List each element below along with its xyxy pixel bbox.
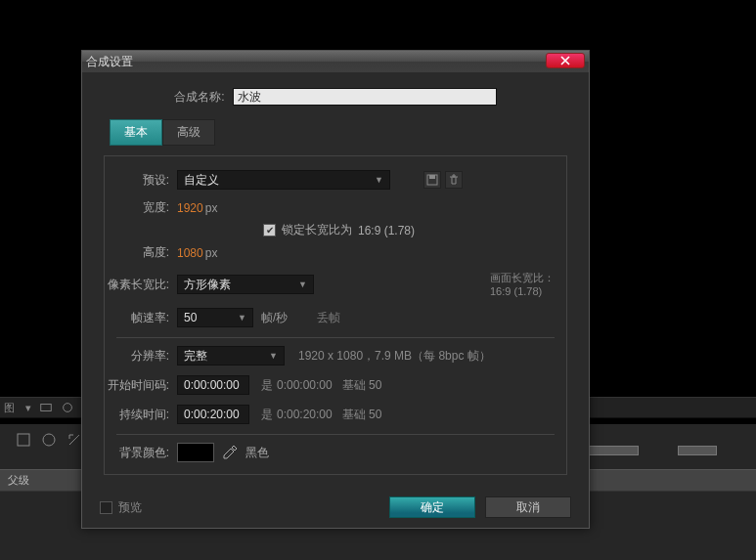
- fps-dropdown[interactable]: 50 ▼: [177, 308, 253, 327]
- preview-checkbox[interactable]: [100, 501, 112, 514]
- close-button[interactable]: [546, 53, 585, 68]
- height-unit: px: [205, 246, 218, 260]
- width-unit: px: [205, 201, 218, 215]
- tab-basic[interactable]: 基本: [110, 119, 162, 146]
- preset-dropdown[interactable]: 自定义 ▼: [177, 170, 390, 190]
- save-preset-icon: [426, 174, 438, 186]
- start-base: 基础 50: [342, 377, 382, 394]
- dur-label: 持续时间:: [116, 407, 177, 423]
- width-value[interactable]: 1920: [177, 201, 203, 215]
- fps-drop: 丢帧: [317, 310, 340, 326]
- tab-advanced[interactable]: 高级: [162, 119, 215, 146]
- panel-icon-2[interactable]: [41, 432, 57, 448]
- ok-button[interactable]: 确定: [389, 496, 475, 518]
- height-value[interactable]: 1080: [177, 246, 203, 260]
- res-dropdown[interactable]: 完整 ▼: [177, 346, 285, 366]
- tabs: 基本 高级: [110, 119, 567, 146]
- panel-icon-1[interactable]: [16, 432, 31, 448]
- par-label: 像素长宽比:: [107, 277, 177, 293]
- par-value: 方形像素: [184, 277, 231, 293]
- chevron-down-icon: ▼: [375, 175, 383, 185]
- fps-value: 50: [184, 311, 197, 324]
- chevron-down-icon: ▼: [238, 313, 246, 323]
- height-label: 高度:: [116, 244, 177, 261]
- preview-label: 预览: [118, 499, 142, 516]
- bg-toolbar-arrow: ▾: [25, 402, 31, 414]
- timeline-scrollbar[interactable]: [580, 442, 756, 459]
- res-label: 分辨率:: [116, 348, 177, 365]
- bg-toolbar-label: 图: [4, 401, 18, 414]
- basic-panel: 预设: 自定义 ▼ 宽度: 1920 px: [104, 155, 567, 475]
- delete-preset-button[interactable]: [445, 171, 463, 189]
- comp-name-input[interactable]: [233, 88, 497, 106]
- start-label: 开始时间码:: [107, 377, 177, 394]
- lock-aspect-checkbox[interactable]: ✔: [263, 224, 276, 237]
- bg-icon-1[interactable]: [39, 401, 53, 414]
- frame-aspect-ratio: 16:9 (1.78): [490, 284, 555, 298]
- lock-aspect-ratio: 16:9 (1.78): [358, 224, 415, 237]
- close-icon: [560, 56, 570, 65]
- save-preset-button[interactable]: [423, 171, 441, 189]
- duration-input[interactable]: 0:00:20:00: [177, 405, 249, 424]
- dialog-footer: 预览 确定 取消: [82, 487, 589, 528]
- start-timecode-input[interactable]: 0:00:00:00: [177, 375, 249, 395]
- eyedropper-icon[interactable]: [222, 445, 238, 460]
- titlebar[interactable]: 合成设置: [82, 51, 589, 72]
- bgcolor-name: 黑色: [245, 445, 269, 461]
- chevron-down-icon: ▼: [269, 351, 278, 361]
- start-is: 是: [261, 377, 273, 394]
- fps-unit: 帧/秒: [261, 310, 288, 326]
- bgcolor-label: 背景颜色:: [116, 445, 177, 461]
- svg-rect-0: [41, 405, 52, 411]
- bg-icon-2[interactable]: [61, 401, 74, 414]
- fps-label: 帧速率:: [116, 310, 177, 326]
- panel-icon-3[interactable]: [67, 432, 82, 448]
- dur-is: 是: [261, 407, 273, 423]
- res-value: 完整: [184, 348, 207, 365]
- cancel-button[interactable]: 取消: [485, 496, 571, 518]
- trash-icon: [448, 174, 460, 186]
- dur-eq: 0:00:20:00: [277, 408, 333, 421]
- res-info: 1920 x 1080，7.9 MB（每 8bpc 帧）: [298, 348, 491, 365]
- frame-aspect-label: 画面长宽比：: [490, 271, 555, 284]
- chevron-down-icon: ▼: [298, 280, 307, 289]
- svg-point-3: [43, 434, 55, 446]
- composition-settings-dialog: 合成设置 合成名称: 基本 高级 预设: 自定义 ▼: [81, 50, 590, 529]
- svg-point-1: [64, 404, 72, 412]
- dur-base: 基础 50: [342, 407, 382, 423]
- bgcolor-swatch[interactable]: [177, 443, 214, 462]
- preset-value: 自定义: [184, 172, 219, 189]
- svg-rect-5: [429, 175, 435, 179]
- start-eq: 0:00:00:00: [277, 378, 333, 392]
- par-dropdown[interactable]: 方形像素 ▼: [177, 275, 314, 294]
- comp-name-label: 合成名称:: [174, 89, 232, 106]
- preset-label: 预设:: [116, 172, 177, 189]
- width-label: 宽度:: [116, 199, 177, 216]
- lock-aspect-label: 锁定长宽比为: [282, 222, 352, 238]
- svg-rect-2: [18, 434, 29, 446]
- dialog-title: 合成设置: [86, 54, 133, 70]
